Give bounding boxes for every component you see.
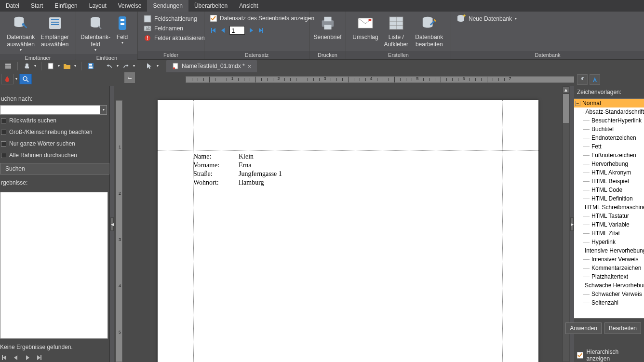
first-record-button[interactable] xyxy=(210,27,217,34)
style-node[interactable]: Hervorhebung xyxy=(574,160,644,168)
field-shading-button[interactable]: Feldschattierung xyxy=(142,14,199,23)
dropdown-caret-icon[interactable]: ▾ xyxy=(74,64,76,68)
style-node[interactable]: Intensiver Verweis xyxy=(574,255,644,264)
search-button[interactable]: Suchen xyxy=(0,163,109,174)
dropdown-caret-icon[interactable]: ▾ xyxy=(133,64,135,68)
edit-database-button[interactable]: Datenbank bearbeiten xyxy=(412,14,447,48)
update-fields-button[interactable]: ! Felder aktualisieren xyxy=(142,34,207,42)
last-record-button[interactable] xyxy=(257,27,264,34)
document-tab[interactable]: NameTestfeld_01.tmdx * × xyxy=(166,60,257,72)
search-history-dropdown[interactable]: ▾ xyxy=(100,105,107,115)
style-node[interactable]: Fett xyxy=(574,142,644,151)
opt-whole-words[interactable]: Nur ganze Wörter suchen xyxy=(0,138,109,149)
style-node-root[interactable]: −Normal xyxy=(574,99,644,107)
dropdown-caret-icon[interactable]: ▾ xyxy=(15,77,17,81)
dropdown-caret-icon[interactable]: ▾ xyxy=(117,64,119,68)
style-node[interactable]: Endnotenzeichen xyxy=(574,134,644,142)
menu-start[interactable]: Start xyxy=(25,0,49,12)
results-first-button[interactable] xyxy=(0,353,9,362)
style-node[interactable]: Buchtitel xyxy=(574,125,644,134)
ruler-droplet-button[interactable] xyxy=(1,74,13,84)
style-node[interactable]: HTML Akronym xyxy=(574,168,644,177)
style-node[interactable]: HTML Zitat xyxy=(574,229,644,238)
style-node-label: Seitenzahl xyxy=(591,299,618,306)
style-node[interactable]: Platzhaltertext xyxy=(574,272,644,281)
style-node[interactable]: Schwache Hervorhebung xyxy=(574,281,644,290)
style-node[interactable]: Hyperlink xyxy=(574,238,644,246)
opt-case[interactable]: Groß-/Kleinschreibung beachten xyxy=(0,126,109,138)
show-record-toggle[interactable]: Datensatz des Serienbriefs anzeigen xyxy=(208,14,316,22)
ribbon-group-erstellen-label: Erstellen xyxy=(346,51,451,59)
style-node[interactable]: HTML Beispiel xyxy=(574,177,644,186)
qt-redo-button[interactable] xyxy=(121,62,130,70)
edit-style-button[interactable]: Bearbeiten xyxy=(604,322,641,334)
results-prev-button[interactable] xyxy=(12,353,20,362)
style-node[interactable]: Kommentarzeichen xyxy=(574,264,644,272)
style-node[interactable]: BesuchterHyperlink xyxy=(574,116,644,125)
style-node[interactable]: HTML Variable xyxy=(574,220,644,229)
envelope-button[interactable]: Umschlag xyxy=(350,14,381,41)
style-node[interactable]: HTML Code xyxy=(574,186,644,194)
ruler-zoom-button[interactable] xyxy=(19,74,32,84)
right-splitter[interactable]: ▸ xyxy=(570,86,574,362)
menu-verweise[interactable]: Verweise xyxy=(112,0,148,12)
results-list[interactable] xyxy=(0,192,108,339)
checkbox-checked-icon[interactable] xyxy=(577,352,583,359)
scroll-up-button[interactable]: ▴ xyxy=(563,86,569,93)
style-node[interactable]: Intensive Hervorhebung xyxy=(574,246,644,255)
menu-datei[interactable]: Datei xyxy=(0,0,25,12)
mail-merge-print-button[interactable]: Serienbrief xyxy=(312,14,343,41)
styles-para-icon[interactable] xyxy=(577,74,588,85)
qt-open-button[interactable] xyxy=(63,62,71,70)
select-recipients-button[interactable]: Empfänger auswählen xyxy=(38,14,72,48)
database-field-button[interactable]: Datenbank-feld ▾ xyxy=(80,14,111,52)
style-node[interactable]: Absatz-Standardschrift xyxy=(574,107,644,116)
dropdown-caret-icon[interactable]: ▾ xyxy=(34,64,36,68)
qt-hand-button[interactable] xyxy=(23,62,31,70)
style-node[interactable]: HTML Schreibmaschine xyxy=(574,203,644,212)
horizontal-ruler[interactable]: 1234567 xyxy=(135,72,644,86)
qt-new-button[interactable] xyxy=(46,62,55,70)
style-node[interactable]: Schwacher Verweis xyxy=(574,290,644,298)
opt-backwards[interactable]: Rückwärts suchen xyxy=(0,115,109,126)
style-node[interactable]: Seitenzahl xyxy=(574,298,644,307)
record-index-input[interactable] xyxy=(229,26,245,35)
styles-tree[interactable]: −NormalAbsatz-StandardschriftBesuchterHy… xyxy=(574,98,644,319)
field-button[interactable]: Feld ▾ xyxy=(111,14,134,45)
dropdown-caret-icon[interactable]: ▾ xyxy=(157,64,159,68)
qt-undo-button[interactable] xyxy=(105,62,114,70)
apply-style-button[interactable]: Anwenden xyxy=(565,322,602,334)
ruler-corner[interactable]: ⌙ xyxy=(124,72,135,83)
select-database-button[interactable]: Datenbank auswählen ▾ xyxy=(4,14,38,52)
menu-einfügen[interactable]: Einfügen xyxy=(49,0,83,12)
style-node[interactable]: HTML Definition xyxy=(574,194,644,203)
new-database-button[interactable]: ✦ Neue Datenbank ▾ xyxy=(455,14,519,24)
qt-hamburger-button[interactable] xyxy=(4,62,13,70)
menu-layout[interactable]: Layout xyxy=(83,0,112,12)
dropdown-caret-icon[interactable]: ▾ xyxy=(58,64,60,68)
results-next-button[interactable] xyxy=(23,353,32,362)
menu-überarbeiten[interactable]: Überarbeiten xyxy=(188,0,233,12)
left-splitter[interactable]: ◂ xyxy=(110,86,114,362)
opt-all-frames[interactable]: Alle Rahmen durchsuchen xyxy=(0,149,109,161)
vertical-scrollbar[interactable]: ▴ xyxy=(562,86,570,362)
vertical-ruler[interactable]: 12345 xyxy=(114,86,124,362)
style-node[interactable]: HTML Tastatur xyxy=(574,212,644,220)
menu-ansicht[interactable]: Ansicht xyxy=(233,0,264,12)
scroll-track[interactable] xyxy=(563,94,569,362)
tree-toggle-icon[interactable]: − xyxy=(575,101,580,106)
scroll-thumb[interactable] xyxy=(563,94,569,123)
search-input[interactable] xyxy=(0,105,100,115)
style-node[interactable]: Fußnotenzeichen xyxy=(574,151,644,160)
qt-save-button[interactable] xyxy=(86,62,95,70)
next-record-button[interactable] xyxy=(248,27,255,34)
styles-char-icon[interactable] xyxy=(590,74,600,85)
document-viewport[interactable]: Name:KleinVorname:ErnaStraße:Jungferngas… xyxy=(124,86,562,362)
field-names-button[interactable]: ab Feldnamen xyxy=(142,24,185,33)
list-labels-button[interactable]: Liste / Aufkleber xyxy=(381,14,412,48)
prev-record-button[interactable] xyxy=(220,27,227,34)
close-tab-icon[interactable]: × xyxy=(248,63,252,70)
results-last-button[interactable] xyxy=(35,353,43,362)
qt-cursor-button[interactable] xyxy=(145,62,154,70)
menu-sendungen[interactable]: Sendungen xyxy=(147,0,188,12)
